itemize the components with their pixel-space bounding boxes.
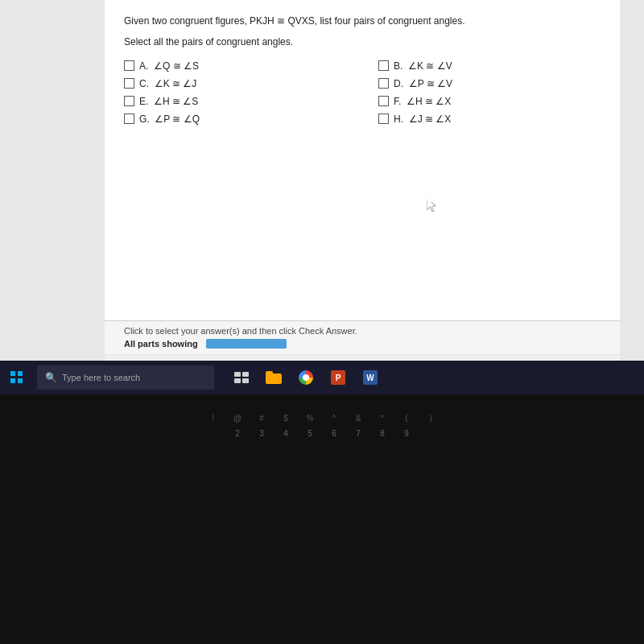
keyboard-area: ! @ # $ % ^ & * ( ) 2 3 4 5 6 7 8 9 <box>0 394 644 644</box>
quiz-instruction: Given two congruent figures, PKJH ≅ QVXS… <box>124 14 601 28</box>
key-2: @ <box>228 414 247 423</box>
key-9: ( <box>397 414 416 423</box>
svg-rect-2 <box>234 378 241 383</box>
answer-item-D[interactable]: D. ∠P ≅ ∠V <box>378 78 601 89</box>
svg-rect-1 <box>242 372 249 377</box>
quiz-direction: Select all the pairs of congruent angles… <box>124 36 601 47</box>
svg-rect-3 <box>242 378 249 383</box>
key-num-5: 5 <box>300 429 320 438</box>
answer-label-E: E. ∠H ≅ ∠S <box>139 96 198 107</box>
quiz-footer: Click to select your answer(s) and then … <box>105 320 620 353</box>
key-8: * <box>373 414 392 423</box>
taskbar-icon-taskview[interactable] <box>227 363 256 392</box>
checkbox-A[interactable] <box>124 60 134 71</box>
answer-item-C[interactable]: C. ∠K ≅ ∠J <box>124 78 362 89</box>
answer-label-F: F. ∠H ≅ ∠X <box>394 96 451 107</box>
search-icon: 🔍 <box>45 372 57 383</box>
key-1: ! <box>204 414 223 423</box>
checkbox-E[interactable] <box>124 96 134 106</box>
answer-item-A[interactable]: A. ∠Q ≅ ∠S <box>124 60 362 72</box>
checkbox-B[interactable] <box>378 60 389 71</box>
key-num-3: 3 <box>252 429 271 438</box>
answer-item-E[interactable]: E. ∠H ≅ ∠S <box>124 96 362 107</box>
chrome-icon <box>299 370 313 385</box>
answer-label-A: A. ∠Q ≅ ∠S <box>139 60 199 72</box>
svg-rect-0 <box>234 372 241 377</box>
taskbar-search-placeholder: Type here to search <box>62 373 140 382</box>
key-6: ^ <box>324 414 344 423</box>
taskbar-icon-powerpoint[interactable]: P <box>324 363 353 392</box>
key-num-4: 4 <box>276 429 295 438</box>
keyboard-row-num: 2 3 4 5 6 7 8 9 <box>32 426 612 441</box>
key-7: & <box>349 414 368 423</box>
checkbox-D[interactable] <box>378 78 389 89</box>
key-3: # <box>252 414 271 423</box>
answer-label-B: B. ∠K ≅ ∠V <box>394 60 452 72</box>
key-num-8: 8 <box>373 429 392 438</box>
word-icon: W <box>363 370 378 385</box>
answers-grid: A. ∠Q ≅ ∠S C. ∠K ≅ ∠J E. ∠H ≅ ∠S G. ∠P ≅… <box>124 60 601 125</box>
start-button[interactable] <box>0 361 34 394</box>
answer-item-F[interactable]: F. ∠H ≅ ∠X <box>378 96 601 107</box>
checkbox-H[interactable] <box>378 114 389 124</box>
key-num-6: 6 <box>324 429 344 438</box>
right-answers-column: B. ∠K ≅ ∠V D. ∠P ≅ ∠V F. ∠H ≅ ∠X H. ∠J ≅… <box>362 60 601 125</box>
checkbox-F[interactable] <box>378 96 389 106</box>
checkbox-C[interactable] <box>124 78 134 89</box>
key-4: $ <box>276 414 295 423</box>
answer-item-G[interactable]: G. ∠P ≅ ∠Q <box>124 114 362 125</box>
taskbar-icon-word[interactable]: W <box>356 363 385 392</box>
taskbar: 🔍 Type here to search P <box>0 361 644 394</box>
left-answers-column: A. ∠Q ≅ ∠S C. ∠K ≅ ∠J E. ∠H ≅ ∠S G. ∠P ≅… <box>124 60 362 125</box>
quiz-panel: Given two congruent figures, PKJH ≅ QVXS… <box>105 0 620 362</box>
all-parts-label: All parts showing <box>124 339 198 349</box>
key-0: ) <box>421 414 440 423</box>
taskbar-icon-chrome[interactable] <box>291 363 320 392</box>
key-num-7: 7 <box>349 429 368 438</box>
key-num-9: 9 <box>397 429 416 438</box>
checkbox-G[interactable] <box>124 114 134 124</box>
taskbar-icon-explorer[interactable] <box>259 363 288 392</box>
answer-label-G: G. ∠P ≅ ∠Q <box>139 114 200 125</box>
answer-label-C: C. ∠K ≅ ∠J <box>139 78 196 89</box>
key-5: % <box>300 414 320 423</box>
answer-item-H[interactable]: H. ∠J ≅ ∠X <box>378 114 601 125</box>
answer-item-B[interactable]: B. ∠K ≅ ∠V <box>378 60 601 72</box>
windows-icon <box>10 371 23 384</box>
key-num-2: 2 <box>228 429 247 438</box>
footer-status-row: All parts showing <box>124 339 601 349</box>
answer-label-H: H. ∠J ≅ ∠X <box>394 114 451 125</box>
taskbar-search[interactable]: 🔍 Type here to search <box>37 365 214 390</box>
answer-label-D: D. ∠P ≅ ∠V <box>394 78 452 89</box>
footer-hint: Click to select your answer(s) and then … <box>124 326 601 336</box>
powerpoint-icon: P <box>331 370 345 385</box>
progress-bar <box>206 339 287 349</box>
taskbar-icons: P W <box>227 363 385 392</box>
keyboard-row-1: ! @ # $ % ^ & * ( ) <box>32 411 612 426</box>
